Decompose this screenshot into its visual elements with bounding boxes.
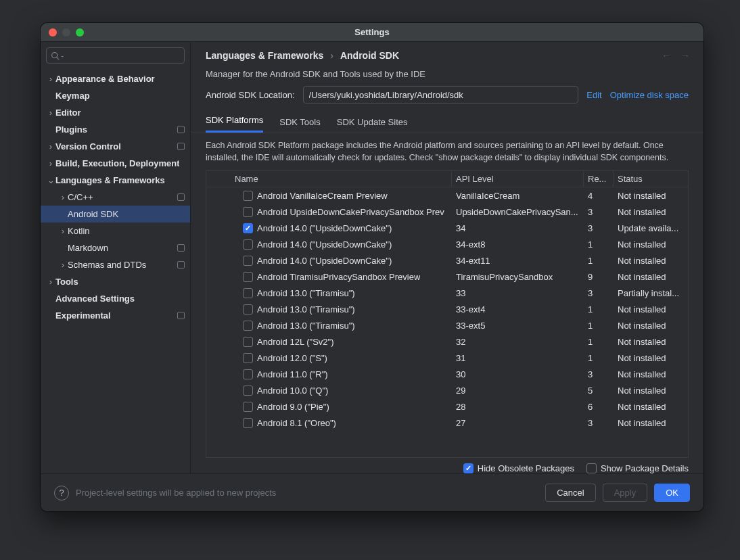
row-status: Not installed <box>614 402 688 412</box>
row-revision: 3 <box>584 223 614 233</box>
help-icon[interactable]: ? <box>54 486 69 500</box>
row-api-level: 33-ext4 <box>452 304 584 314</box>
apply-button[interactable]: Apply <box>603 484 648 502</box>
sidebar-item-kotlin[interactable]: ›Kotlin <box>41 223 190 239</box>
chevron-right-icon: › <box>58 192 68 202</box>
sidebar-item-label: Plugins <box>55 124 87 135</box>
row-checkbox[interactable] <box>243 418 253 428</box>
row-api-level: 31 <box>452 353 584 363</box>
table-row[interactable]: Android 14.0 ("UpsideDownCake")343Update… <box>206 220 688 236</box>
row-api-level: 30 <box>452 369 584 379</box>
tab-sdk-platforms[interactable]: SDK Platforms <box>206 115 263 133</box>
project-level-marker-icon <box>177 126 185 133</box>
row-checkbox[interactable] <box>243 223 253 233</box>
tab-sdk-update-sites[interactable]: SDK Update Sites <box>337 117 408 133</box>
table-row[interactable]: Android TiramisuPrivacySandbox PreviewTi… <box>206 269 688 285</box>
sdk-table: Name API Level Re... Status Android Vani… <box>206 170 689 458</box>
optimize-disk-link[interactable]: Optimize disk space <box>610 90 689 100</box>
sidebar-item-appearance-behavior[interactable]: ›Appearance & Behavior <box>41 70 190 87</box>
row-name: Android 13.0 ("Tiramisu") <box>257 304 355 314</box>
sidebar-item-c-c-[interactable]: ›C/C++ <box>41 189 190 206</box>
sidebar-item-label: Experimental <box>55 310 111 321</box>
sidebar-item-build-execution-deployment[interactable]: ›Build, Execution, Deployment <box>41 155 190 172</box>
tab-sdk-tools[interactable]: SDK Tools <box>279 117 320 133</box>
close-window-icon[interactable] <box>49 28 57 37</box>
sdk-location-input[interactable] <box>303 86 579 103</box>
table-row[interactable]: Android 12L ("Sv2")321Not installed <box>206 333 688 350</box>
row-checkbox[interactable] <box>243 353 253 363</box>
row-revision: 5 <box>584 386 614 396</box>
row-name: Android 8.1 ("Oreo") <box>257 418 336 428</box>
search-input[interactable]: - <box>46 47 185 64</box>
row-revision: 1 <box>584 239 614 250</box>
row-status: Not installed <box>614 353 688 363</box>
row-checkbox[interactable] <box>243 256 253 266</box>
table-row[interactable]: Android 11.0 ("R")303Not installed <box>206 366 688 382</box>
row-checkbox[interactable] <box>243 369 253 379</box>
zoom-window-icon[interactable] <box>76 28 84 37</box>
sidebar-item-android-sdk[interactable]: Android SDK <box>41 206 190 223</box>
sidebar-item-editor[interactable]: ›Editor <box>41 104 190 121</box>
sidebar-item-markdown[interactable]: Markdown <box>41 239 190 256</box>
table-row[interactable]: Android VanillaIceCream PreviewVanillaIc… <box>206 187 688 204</box>
sidebar-item-experimental[interactable]: Experimental <box>41 307 190 324</box>
row-checkbox[interactable] <box>243 239 253 250</box>
row-checkbox[interactable] <box>243 191 253 201</box>
row-checkbox[interactable] <box>243 386 253 396</box>
row-api-level: 34-ext11 <box>452 256 584 266</box>
show-details-option[interactable]: Show Package Details <box>586 463 689 473</box>
show-details-checkbox[interactable] <box>586 463 597 473</box>
sidebar-item-advanced-settings[interactable]: Advanced Settings <box>41 290 190 307</box>
col-header-status[interactable]: Status <box>614 171 688 187</box>
sidebar-item-schemas-and-dtds[interactable]: ›Schemas and DTDs <box>41 256 190 273</box>
settings-window: Settings - ›Appearance & BehaviorKeymap›… <box>41 23 703 511</box>
col-header-revision[interactable]: Re... <box>584 171 614 187</box>
breadcrumb-parent[interactable]: Languages & Frameworks <box>206 50 323 61</box>
ok-button[interactable]: OK <box>654 484 690 502</box>
cancel-button[interactable]: Cancel <box>545 484 595 502</box>
row-checkbox[interactable] <box>243 288 253 298</box>
row-checkbox[interactable] <box>243 402 253 412</box>
sidebar-item-languages-frameworks[interactable]: ⌄Languages & Frameworks <box>41 172 190 189</box>
sidebar-item-label: Tools <box>55 277 78 287</box>
edit-link[interactable]: Edit <box>586 90 601 100</box>
row-revision: 4 <box>584 191 614 201</box>
row-checkbox[interactable] <box>243 337 253 347</box>
sidebar-item-version-control[interactable]: ›Version Control <box>41 138 190 155</box>
row-checkbox[interactable] <box>243 321 253 331</box>
row-revision: 9 <box>584 272 614 282</box>
hide-obsolete-checkbox[interactable] <box>463 463 473 473</box>
table-row[interactable]: Android UpsideDownCakePrivacySandbox Pre… <box>206 204 688 220</box>
minimize-window-icon[interactable] <box>62 28 70 37</box>
col-header-name[interactable]: Name <box>206 171 452 187</box>
row-name: Android TiramisuPrivacySandbox Preview <box>257 272 420 282</box>
nav-forward-icon[interactable]: → <box>680 50 690 61</box>
row-checkbox[interactable] <box>243 272 253 282</box>
table-row[interactable]: Android 14.0 ("UpsideDownCake")34-ext81N… <box>206 236 688 252</box>
sdk-location-label: Android SDK Location: <box>206 90 295 100</box>
row-api-level: 33 <box>452 288 584 298</box>
table-row[interactable]: Android 10.0 ("Q")295Not installed <box>206 382 688 398</box>
sidebar-item-label: Keymap <box>55 91 90 101</box>
table-row[interactable]: Android 8.1 ("Oreo")273Not installed <box>206 415 688 431</box>
col-header-api[interactable]: API Level <box>452 171 584 187</box>
chevron-right-icon: › <box>58 226 68 236</box>
row-status: Not installed <box>614 304 688 314</box>
sidebar-item-keymap[interactable]: Keymap <box>41 87 190 104</box>
table-row[interactable]: Android 14.0 ("UpsideDownCake")34-ext111… <box>206 252 688 269</box>
sidebar-item-plugins[interactable]: Plugins <box>41 121 190 138</box>
table-row[interactable]: Android 13.0 ("Tiramisu")33-ext41Not ins… <box>206 301 688 317</box>
table-row[interactable]: Android 12.0 ("S")311Not installed <box>206 350 688 366</box>
nav-back-icon[interactable]: ← <box>662 50 671 61</box>
hide-obsolete-option[interactable]: Hide Obsolete Packages <box>463 463 574 473</box>
table-row[interactable]: Android 13.0 ("Tiramisu")33-ext51Not ins… <box>206 317 688 333</box>
row-name: Android 13.0 ("Tiramisu") <box>257 321 355 331</box>
table-row[interactable]: Android 13.0 ("Tiramisu")333Partially in… <box>206 285 688 301</box>
row-checkbox[interactable] <box>243 207 253 217</box>
settings-tree: ›Appearance & BehaviorKeymap›EditorPlugi… <box>41 69 190 473</box>
project-level-marker-icon <box>177 312 185 319</box>
row-status: Not installed <box>614 239 688 250</box>
row-checkbox[interactable] <box>243 304 253 314</box>
table-row[interactable]: Android 9.0 ("Pie")286Not installed <box>206 398 688 415</box>
sidebar-item-tools[interactable]: ›Tools <box>41 273 190 290</box>
